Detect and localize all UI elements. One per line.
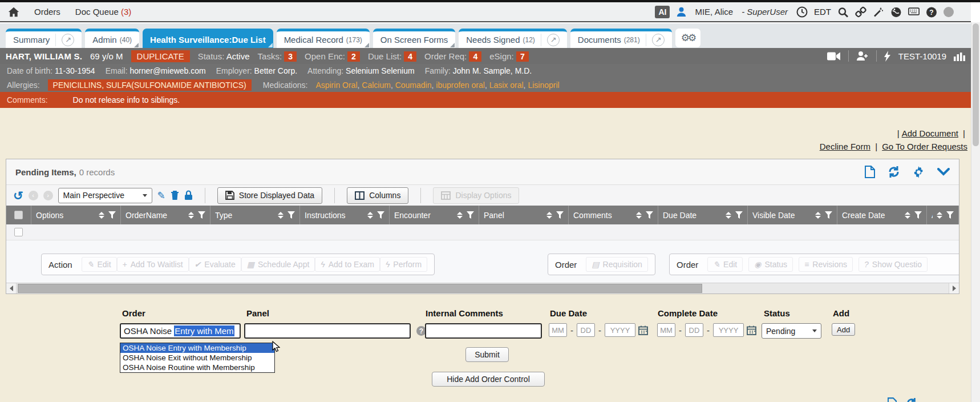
home-icon[interactable]: [8, 6, 19, 18]
bolt-icon[interactable]: [884, 51, 891, 62]
horizontal-scrollbar[interactable]: [6, 283, 959, 294]
filter-icon[interactable]: [914, 211, 922, 219]
sort-icon[interactable]: [457, 212, 463, 219]
scrollbar-thumb[interactable]: [973, 23, 979, 146]
select-all-checkbox[interactable]: [14, 211, 23, 219]
add-user-icon[interactable]: [856, 51, 869, 61]
status-dot-icon[interactable]: [943, 7, 954, 17]
column-header[interactable]: Instructions: [300, 206, 390, 224]
select-all-cell[interactable]: [6, 206, 31, 224]
column-header[interactable]: Type: [210, 206, 300, 224]
link-icon[interactable]: [855, 6, 866, 18]
column-header[interactable]: OrderName: [121, 206, 210, 224]
perspective-select[interactable]: Main Perspective: [58, 188, 152, 203]
scroll-left-arrow[interactable]: [6, 283, 17, 294]
filter-icon[interactable]: [377, 211, 384, 219]
keyboard-icon[interactable]: [908, 6, 920, 18]
filter-icon[interactable]: [287, 211, 295, 219]
help-icon[interactable]: ?: [926, 6, 937, 18]
sort-icon[interactable]: [546, 212, 552, 219]
tab[interactable]: Admin (40): [85, 29, 139, 48]
open-in-new-icon[interactable]: ↗: [547, 34, 560, 46]
add-order-button[interactable]: Add: [832, 323, 855, 336]
autocomplete-option[interactable]: OSHA Noise Exit without Membership: [120, 353, 274, 363]
filter-icon[interactable]: [556, 211, 564, 219]
sort-icon[interactable]: [726, 212, 731, 219]
medication[interactable]: Calcium: [362, 81, 395, 90]
clock-icon[interactable]: [796, 6, 808, 18]
internal-comments-input[interactable]: [425, 323, 542, 339]
nav-doc-queue[interactable]: Doc Queue (3): [75, 7, 131, 17]
scrollbar-thumb[interactable]: [18, 284, 702, 293]
decline-form-link[interactable]: Decline Form: [820, 142, 870, 151]
sort-icon[interactable]: [815, 212, 821, 219]
gear-icon[interactable]: [913, 166, 925, 178]
medication[interactable]: Aspirin Oral: [315, 81, 362, 90]
open-in-new-icon[interactable]: ↗: [652, 34, 665, 46]
sort-icon[interactable]: [937, 212, 942, 219]
submit-button[interactable]: Submit: [465, 347, 509, 362]
new-document-icon[interactable]: [865, 166, 875, 178]
user-name[interactable]: MIE, Alice: [695, 7, 733, 17]
sort-icon[interactable]: [278, 212, 284, 219]
filter-icon[interactable]: [735, 211, 743, 219]
tab-settings-button[interactable]: ⚙⚙: [675, 29, 700, 47]
autocomplete-option[interactable]: OSHA Noise Routine with Membership: [120, 363, 274, 372]
column-header[interactable]: Due Date: [658, 206, 748, 224]
order-autocomplete-input[interactable]: OSHA NoiseEntry with Mem: [120, 323, 241, 339]
filter-icon[interactable]: [825, 211, 832, 219]
medication[interactable]: Lasix oral: [489, 81, 528, 90]
allergy-badge[interactable]: PENICILLINS, SULFA(SULFONAMIDE ANTIBIOTI…: [48, 79, 252, 91]
row-checkbox[interactable]: [14, 228, 23, 236]
autocomplete-option[interactable]: OSHA Noise Entry with Membership: [120, 343, 274, 353]
bar-chart-icon[interactable]: [954, 51, 965, 61]
next-perspective-icon[interactable]: ›: [43, 191, 53, 200]
refresh-icon[interactable]: [906, 397, 917, 402]
undo-icon[interactable]: ↺: [13, 190, 23, 202]
column-header[interactable]: Visible Date: [748, 206, 837, 224]
panel-input[interactable]: [244, 323, 411, 339]
calendar-icon[interactable]: [638, 325, 648, 335]
column-header[interactable]: Options: [31, 206, 121, 224]
filter-icon[interactable]: [467, 211, 474, 219]
store-displayed-data-button[interactable]: Store Displayed Data: [217, 187, 322, 204]
calendar-icon[interactable]: [747, 325, 756, 335]
medication[interactable]: Lisinopril: [528, 81, 559, 90]
sort-icon[interactable]: [367, 212, 373, 219]
add-document-link[interactable]: Add Document: [902, 128, 958, 138]
status-select[interactable]: Pending: [762, 323, 821, 339]
wand-icon[interactable]: [873, 6, 884, 18]
column-header[interactable]: Encounter: [390, 206, 479, 224]
go-to-order-requests-link[interactable]: Go To Order Requests: [882, 142, 967, 151]
complete-day-input[interactable]: DD: [685, 323, 703, 337]
new-document-icon[interactable]: [888, 397, 897, 402]
tab[interactable]: Needs Signed (12) ↗: [459, 29, 567, 48]
sort-icon[interactable]: [636, 212, 642, 219]
tab[interactable]: Documents (281) ↗: [570, 29, 672, 48]
complete-year-input[interactable]: YYYY: [713, 323, 744, 337]
medication[interactable]: ibuprofen oral: [436, 81, 489, 90]
tab[interactable]: Medical Record (173): [277, 29, 370, 48]
ai-badge[interactable]: AI: [655, 6, 670, 18]
sort-icon[interactable]: [99, 212, 104, 219]
column-header[interactable]: Create Date: [837, 206, 927, 224]
filter-icon[interactable]: [946, 211, 954, 219]
due-list-count-badge[interactable]: 4: [404, 51, 416, 62]
duplicate-badge[interactable]: DUPLICATE: [131, 50, 190, 62]
hide-add-order-control-button[interactable]: Hide Add Order Control: [432, 372, 545, 387]
lock-icon[interactable]: [184, 190, 193, 200]
sort-icon[interactable]: [905, 212, 910, 219]
due-year-input[interactable]: YYYY: [605, 323, 635, 337]
open-enc-count-badge[interactable]: 2: [347, 51, 360, 62]
scroll-right-arrow[interactable]: [949, 283, 959, 294]
tab[interactable]: Health Surveillance:Due List: [143, 29, 273, 48]
column-header[interactable]: Panel: [479, 206, 569, 224]
vertical-scrollbar[interactable]: [971, 22, 980, 402]
columns-button[interactable]: Columns: [347, 187, 408, 204]
edit-perspective-icon[interactable]: ✎: [157, 190, 165, 202]
search-icon[interactable]: [837, 6, 849, 18]
filter-icon[interactable]: [198, 211, 205, 219]
collapse-chevron-icon[interactable]: [937, 168, 950, 176]
complete-month-input[interactable]: MM: [657, 323, 675, 337]
delete-perspective-icon[interactable]: [171, 190, 179, 200]
